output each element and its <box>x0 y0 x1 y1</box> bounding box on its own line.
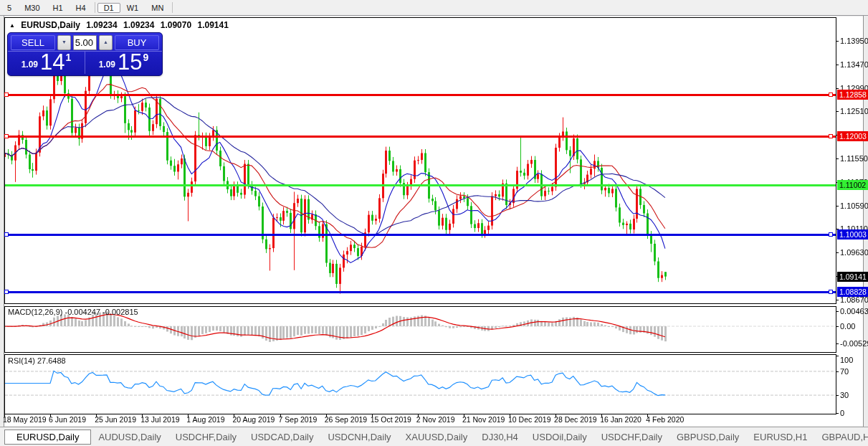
sell-quote[interactable]: 1.09 14 1 <box>8 52 85 74</box>
price-badge-1.08828: 1.08828 <box>837 287 868 297</box>
chart-symbol-label: EURUSD,Daily <box>21 20 80 30</box>
price-axis-tick: 1.09630 <box>840 248 868 257</box>
toolbar-separator <box>95 2 95 13</box>
sell-price-sup: 1 <box>66 52 72 63</box>
price-axis-tick: 1.10590 <box>840 201 868 210</box>
date-axis-label: 25 Jun 2019 <box>95 415 136 424</box>
tab-audusd-daily[interactable]: AUDUSD,Daily <box>91 430 168 445</box>
tab-eurusd-h1[interactable]: EURUSD,H1 <box>746 430 814 445</box>
buy-button[interactable]: BUY <box>115 35 159 50</box>
chart-tab-bar: EURUSD,DailyAUDUSD,DailyUSDCHF,DailyUSDC… <box>0 427 868 446</box>
tab-usdcnh-daily[interactable]: USDCNH,Daily <box>320 430 398 445</box>
indicator-axis-tick: 30 <box>840 391 849 399</box>
indicator-axis-tick: 70 <box>840 367 849 376</box>
date-axis-label: 13 Jul 2019 <box>140 415 179 424</box>
indicator-axis-tick: 100 <box>840 356 853 364</box>
price-axis-tick: 1.12510 <box>840 107 868 115</box>
price-badge-1.12003: 1.12003 <box>837 131 868 141</box>
date-axis-label: 4 Feb 2020 <box>646 415 684 424</box>
date-axis-label: 21 Nov 2019 <box>462 415 505 424</box>
sell-button[interactable]: SELL <box>11 35 55 50</box>
indicator-axis-tick: 0 <box>840 409 844 417</box>
indicator-axis-tick: 0.00463 <box>840 307 868 315</box>
tab-usdcad-daily[interactable]: USDCAD,Daily <box>244 430 320 445</box>
toolbar-separator <box>172 2 173 13</box>
indicator-axis-tick: 0.00 <box>840 322 855 331</box>
date-axis-label: 2 Nov 2019 <box>416 415 455 424</box>
date-axis-label: 10 Dec 2019 <box>508 415 551 424</box>
price-axis-tick: 1.13950 <box>840 37 868 45</box>
timeframe-button-h4[interactable]: H4 <box>70 3 92 13</box>
date-axis-label: 20 Aug 2019 <box>232 415 275 424</box>
date-axis-label: 7 Sep 2019 <box>279 415 318 424</box>
timeframe-button-5[interactable]: 5 <box>1 3 18 13</box>
volume-decrease-button[interactable]: ▼ <box>57 35 71 50</box>
macd-indicator-label: MACD(12,26,9) -0.004247 -0.002815 <box>8 308 138 316</box>
buy-price-big: 15 <box>118 53 142 72</box>
date-axis-label: 1 Aug 2019 <box>186 415 224 424</box>
tab-gbpaud-h1[interactable]: GBPAUD,H1 <box>814 430 868 445</box>
rsi-indicator-label: RSI(14) 27.6488 <box>8 356 66 365</box>
tab-dj30-h4[interactable]: DJ30,H4 <box>474 430 525 445</box>
chart-ohlc-title: ▲ EURUSD,Daily 1.09234 1.09234 1.09070 1… <box>9 20 232 30</box>
tab-usdchf-daily[interactable]: USDCHF,Daily <box>594 430 669 445</box>
sell-price-small: 1.09 <box>22 60 38 70</box>
collapse-panel-icon[interactable]: ▲ <box>9 22 15 29</box>
tab-eurusd-daily[interactable]: EURUSD,Daily <box>4 430 91 445</box>
buy-price-small: 1.09 <box>99 60 115 70</box>
date-axis-label: 18 May 2019 <box>3 415 47 424</box>
ohlc-high: 1.09234 <box>123 20 154 30</box>
trade-panel-quotes: 1.09 14 1 1.09 15 9 <box>8 51 162 74</box>
buy-quote[interactable]: 1.09 15 9 <box>85 52 162 74</box>
one-click-trading-panel: SELL ▼ 5.00 ▲ BUY 1.09 14 1 1.09 15 9 <box>7 32 163 76</box>
date-axis-label: 15 Oct 2019 <box>371 415 411 424</box>
indicator-axis-tick: -0.005299 <box>840 339 868 348</box>
price-axis-tick: 1.13470 <box>840 60 868 69</box>
tab-gbpusd-daily[interactable]: GBPUSD,Daily <box>669 430 746 445</box>
trade-panel-top-row: SELL ▼ 5.00 ▲ BUY <box>8 33 162 51</box>
timeframe-button-w1[interactable]: W1 <box>120 3 146 13</box>
tab-xauusd-daily[interactable]: XAUUSD,Daily <box>399 430 475 445</box>
date-axis-label: 16 Jan 2020 <box>600 415 642 424</box>
buy-price-sup: 9 <box>143 52 149 63</box>
date-axis-label: 6 Jun 2019 <box>49 415 86 424</box>
ohlc-open: 1.09234 <box>86 20 117 30</box>
volume-increase-button[interactable]: ▲ <box>99 35 113 50</box>
date-axis-label: 28 Dec 2019 <box>554 415 597 424</box>
timeframe-button-mn[interactable]: MN <box>145 3 170 13</box>
timeframe-button-m30[interactable]: M30 <box>18 3 46 13</box>
volume-input[interactable]: 5.00 <box>73 35 97 50</box>
date-axis-label: 26 Sep 2019 <box>325 415 368 424</box>
price-axis-tick: 1.11550 <box>840 154 868 163</box>
price-badge-1.10003: 1.10003 <box>837 229 868 239</box>
timeframe-toolbar: 5M30H1H4D1W1MN <box>0 0 868 16</box>
sell-price-big: 14 <box>40 53 65 72</box>
price-badge-1.12858: 1.12858 <box>837 90 868 100</box>
price-badge-1.11002: 1.11002 <box>837 180 868 190</box>
ohlc-close: 1.09141 <box>198 20 229 30</box>
ohlc-low: 1.09070 <box>161 20 191 30</box>
tab-usdchf-daily[interactable]: USDCHF,Daily <box>168 430 244 445</box>
timeframe-button-h1[interactable]: H1 <box>47 3 70 13</box>
price-badge-1.09141: 1.09141 <box>837 272 868 282</box>
timeframe-button-d1[interactable]: D1 <box>97 3 120 13</box>
tab-usdoil-daily[interactable]: USDOil,Daily <box>525 430 594 445</box>
